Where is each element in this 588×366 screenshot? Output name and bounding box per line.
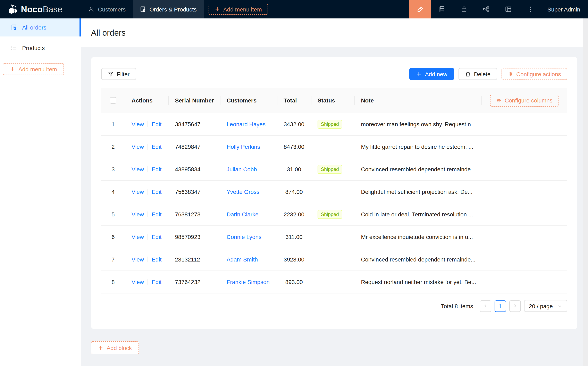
column-header-total: Total	[277, 88, 311, 113]
customer-link[interactable]: Frankie Simpson	[226, 279, 270, 285]
row-index: 1	[112, 121, 115, 128]
collections-button[interactable]	[431, 0, 453, 18]
view-link[interactable]: View	[132, 256, 144, 263]
customer-link[interactable]: Darin Clarke	[226, 211, 259, 218]
customer-link[interactable]: Holly Perkins	[226, 144, 260, 150]
chevron-right-icon	[513, 304, 517, 308]
layout-button[interactable]	[498, 0, 520, 18]
order-total: 893.00	[285, 279, 303, 285]
row-index: 6	[112, 234, 115, 240]
sidebar-item-products[interactable]: Products	[0, 40, 81, 56]
edit-link[interactable]: Edit	[152, 121, 161, 128]
view-link[interactable]: View	[132, 279, 144, 285]
customer-link[interactable]: Leonard Hayes	[226, 121, 265, 128]
order-total: 8473.00	[284, 144, 304, 150]
edit-link[interactable]: Edit	[152, 256, 161, 263]
page-size-select[interactable]: 20 / page	[524, 300, 567, 312]
table-row: 4 View Edit 75638347 Yvette Gross 874.00…	[101, 181, 567, 203]
view-link[interactable]: View	[132, 121, 144, 128]
column-header-customers: Customers	[220, 88, 277, 113]
sidebar-item-all-orders[interactable]: All orders	[0, 18, 81, 37]
pagination-prev-button[interactable]	[480, 300, 491, 312]
view-link[interactable]: View	[132, 166, 144, 173]
edit-link[interactable]: Edit	[152, 211, 161, 218]
filter-button[interactable]: Filter	[101, 68, 136, 80]
row-index: 8	[112, 279, 115, 285]
edit-link[interactable]: Edit	[152, 234, 161, 240]
ellipsis-vertical-icon	[527, 6, 534, 13]
add-block-button[interactable]: Add block	[91, 341, 139, 354]
list-icon	[11, 45, 17, 51]
order-note: Convinced resembled dependent remainde..…	[361, 256, 475, 263]
orders-table-block: Filter Add new Delete	[91, 57, 577, 329]
ui-editor-button[interactable]	[409, 0, 431, 18]
nocobase-logo-icon	[7, 4, 18, 15]
highlighter-icon	[417, 6, 424, 13]
page-title: All orders	[91, 28, 126, 38]
order-total: 2232.00	[284, 211, 304, 218]
view-link[interactable]: View	[132, 144, 144, 150]
content-area: Filter Add new Delete	[81, 47, 588, 366]
action-divider	[148, 234, 148, 240]
edit-link[interactable]: Edit	[152, 166, 161, 173]
view-link[interactable]: View	[132, 211, 144, 218]
order-total: 3923.00	[284, 256, 304, 263]
app-root: NocoBase Customers Orders & Products Add…	[0, 0, 588, 366]
view-link[interactable]: View	[132, 189, 144, 195]
edit-link[interactable]: Edit	[152, 279, 161, 285]
sidebar-item-label: Products	[22, 45, 45, 51]
row-index: 7	[112, 256, 115, 263]
plus-icon	[10, 66, 15, 72]
table-body: 1 View Edit 38475647 Leonard Hayes 3432.…	[101, 113, 567, 293]
sidebar-item-label: All orders	[22, 24, 46, 31]
delete-button[interactable]: Delete	[458, 68, 497, 80]
customer-link[interactable]: Adam Smith	[226, 256, 258, 263]
pagination: Total 8 items 1 20 / page	[101, 300, 567, 312]
tab-orders-products[interactable]: Orders & Products	[133, 0, 204, 18]
table-toolbar: Filter Add new Delete	[101, 68, 567, 80]
add-menu-item-topbar-button[interactable]: Add menu item	[209, 4, 268, 15]
logo-text-bold: Noco	[21, 4, 43, 14]
table-row: 7 View Edit 23132112 Adam Smith 3923.00 …	[101, 248, 567, 271]
serial-number: 73764232	[175, 279, 201, 285]
pagination-page-1[interactable]: 1	[494, 300, 506, 312]
permissions-button[interactable]	[453, 0, 475, 18]
plus-icon	[215, 7, 220, 12]
table-row: 1 View Edit 38475647 Leonard Hayes 3432.…	[101, 113, 567, 136]
action-divider	[148, 279, 148, 285]
pagination-next-button[interactable]	[509, 300, 520, 312]
customer-link[interactable]: Julian Cobb	[226, 166, 257, 173]
table-row: 3 View Edit 43895834 Julian Cobb 31.00 S…	[101, 158, 567, 181]
configure-actions-button[interactable]: Configure actions	[502, 68, 567, 80]
nocobase-logo: NocoBase	[0, 0, 81, 18]
edit-link[interactable]: Edit	[152, 189, 161, 195]
layout-icon	[505, 6, 512, 13]
action-divider	[148, 212, 148, 217]
user-name[interactable]: Super Admin	[542, 6, 588, 13]
logo-text-light: Base	[43, 4, 62, 14]
order-note: My little garret repair to desire he est…	[361, 144, 473, 150]
configure-columns-button[interactable]: Configure columns	[490, 94, 558, 106]
column-header-serial-number: Serial Number	[168, 88, 220, 113]
navbar-tabs: Customers Orders & Products Add menu ite…	[81, 0, 268, 18]
status-badge: Shipped	[317, 165, 342, 174]
customer-link[interactable]: Yvette Gross	[226, 189, 259, 195]
more-menu-button[interactable]	[520, 0, 542, 18]
view-link[interactable]: View	[132, 234, 144, 240]
row-index: 3	[112, 166, 115, 173]
select-all-checkbox[interactable]	[110, 97, 116, 104]
order-total: 31.00	[287, 166, 301, 173]
customer-link[interactable]: Connie Lyons	[226, 234, 261, 240]
order-note: Delightful met sufficient projection ask…	[361, 189, 472, 195]
tab-customers[interactable]: Customers	[81, 0, 133, 18]
edit-link[interactable]: Edit	[152, 144, 161, 150]
add-new-button[interactable]: Add new	[409, 68, 454, 80]
serial-number: 76381273	[175, 211, 201, 218]
page-header: All orders	[81, 18, 588, 47]
add-menu-item-sidebar-button[interactable]: Add menu item	[3, 63, 64, 75]
navbar-right: Super Admin	[409, 0, 588, 18]
trash-icon	[465, 71, 471, 77]
page-scrollbar[interactable]	[583, 18, 588, 366]
sitemap-icon	[483, 6, 490, 13]
workflow-button[interactable]	[475, 0, 498, 18]
